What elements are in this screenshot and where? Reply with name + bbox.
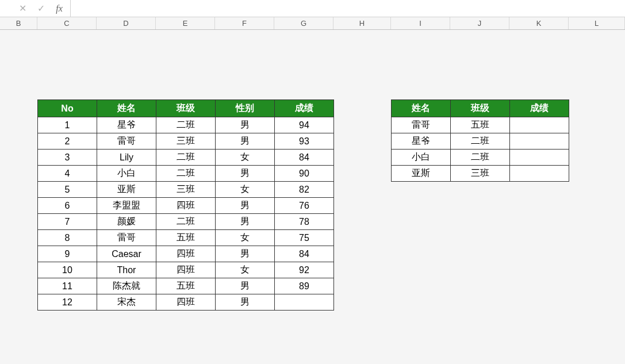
table-cell[interactable]: 四班 <box>156 198 216 214</box>
table-cell[interactable] <box>510 150 569 166</box>
table-cell[interactable]: 男 <box>216 214 275 230</box>
table-cell[interactable]: 女 <box>216 230 275 246</box>
table-cell[interactable]: 三班 <box>156 182 216 198</box>
cancel-icon[interactable]: ✕ <box>17 3 28 14</box>
column-header-J[interactable]: J <box>450 17 509 29</box>
table-cell[interactable]: 星爷 <box>392 133 451 150</box>
table-cell[interactable]: 四班 <box>156 262 216 278</box>
table-cell[interactable]: 84 <box>275 150 334 166</box>
table-cell[interactable]: 94 <box>275 117 334 133</box>
table-cell[interactable]: 男 <box>216 166 275 182</box>
table-column-header[interactable]: 姓名 <box>392 100 451 117</box>
table-column-header[interactable]: 姓名 <box>97 100 156 117</box>
table-cell[interactable]: 9 <box>38 246 97 262</box>
column-header-G[interactable]: G <box>274 17 333 29</box>
table-cell[interactable]: 3 <box>38 150 97 166</box>
table-cell[interactable]: 星爷 <box>97 117 156 133</box>
table-column-header[interactable]: 班级 <box>156 100 216 117</box>
table-column-header[interactable]: 成绩 <box>510 100 569 117</box>
table-cell[interactable]: 五班 <box>156 278 216 294</box>
table-cell[interactable]: 男 <box>216 117 275 133</box>
table-cell[interactable]: 二班 <box>156 166 216 182</box>
table-cell[interactable]: 雷哥 <box>97 133 156 150</box>
table-column-header[interactable]: 班级 <box>451 100 510 117</box>
table-cell[interactable]: 89 <box>275 278 334 294</box>
table-cell[interactable]: 男 <box>216 278 275 294</box>
table-cell[interactable]: 男 <box>216 294 275 311</box>
table-column-header[interactable]: 性别 <box>216 100 275 117</box>
table-cell[interactable]: 二班 <box>156 117 216 133</box>
table-cell[interactable]: 6 <box>38 198 97 214</box>
column-header-L[interactable]: L <box>569 17 625 29</box>
column-header-D[interactable]: D <box>97 17 156 29</box>
table-cell[interactable]: 四班 <box>156 294 216 311</box>
table-cell[interactable]: 8 <box>38 230 97 246</box>
table-cell[interactable]: 二班 <box>156 150 216 166</box>
table-cell[interactable]: 男 <box>216 133 275 150</box>
table-cell[interactable]: 陈杰就 <box>97 278 156 294</box>
table-cell[interactable]: 2 <box>38 133 97 150</box>
table-cell[interactable]: 10 <box>38 262 97 278</box>
table-cell[interactable] <box>510 166 569 182</box>
table-cell[interactable]: 二班 <box>156 214 216 230</box>
table-cell[interactable]: 12 <box>38 294 97 311</box>
column-header-I[interactable]: I <box>391 17 450 29</box>
lookup-data-table[interactable]: 姓名班级成绩 雷哥五班星爷二班小白二班亚斯三班 <box>391 99 569 182</box>
table-cell[interactable]: 女 <box>216 262 275 278</box>
table-cell[interactable]: 二班 <box>451 150 510 166</box>
table-cell[interactable] <box>510 117 569 133</box>
table-row: 10Thor四班女92 <box>38 262 334 278</box>
table-cell[interactable]: 小白 <box>392 150 451 166</box>
table-cell[interactable]: 雷哥 <box>97 230 156 246</box>
table-cell[interactable]: 11 <box>38 278 97 294</box>
table-cell[interactable]: 84 <box>275 246 334 262</box>
table-cell[interactable]: 三班 <box>451 166 510 182</box>
table-cell[interactable] <box>275 294 334 311</box>
table-column-header[interactable]: No <box>38 100 97 117</box>
table-cell[interactable]: 5 <box>38 182 97 198</box>
table-cell[interactable]: Lily <box>97 150 156 166</box>
fx-icon[interactable]: fx <box>54 3 64 14</box>
table-cell[interactable]: 五班 <box>451 117 510 133</box>
table-cell[interactable]: 76 <box>275 198 334 214</box>
column-header-K[interactable]: K <box>509 17 569 29</box>
table-cell[interactable]: 7 <box>38 214 97 230</box>
table-cell[interactable]: 女 <box>216 182 275 198</box>
table-cell[interactable]: Caesar <box>97 246 156 262</box>
table-column-header[interactable]: 成绩 <box>275 100 334 117</box>
column-header-H[interactable]: H <box>333 17 391 29</box>
table-cell[interactable]: 五班 <box>156 230 216 246</box>
column-header-F[interactable]: F <box>215 17 274 29</box>
table-cell[interactable]: 78 <box>275 214 334 230</box>
column-header-C[interactable]: C <box>37 17 97 29</box>
table-cell[interactable]: 亚斯 <box>97 182 156 198</box>
table-cell[interactable]: 宋杰 <box>97 294 156 311</box>
table-cell[interactable]: 4 <box>38 166 97 182</box>
table-cell[interactable] <box>510 133 569 150</box>
table-cell[interactable]: 1 <box>38 117 97 133</box>
table-cell[interactable]: 82 <box>275 182 334 198</box>
table-row: 4小白二班男90 <box>38 166 334 182</box>
table-cell[interactable]: Thor <box>97 262 156 278</box>
table-cell[interactable]: 二班 <box>451 133 510 150</box>
table-cell[interactable]: 女 <box>216 150 275 166</box>
main-data-table[interactable]: No姓名班级性别成绩 1星爷二班男942雷哥三班男933Lily二班女844小白… <box>37 99 334 311</box>
column-header-E[interactable]: E <box>156 17 215 29</box>
table-cell[interactable]: 四班 <box>156 246 216 262</box>
table-cell[interactable]: 90 <box>275 166 334 182</box>
table-cell[interactable]: 92 <box>275 262 334 278</box>
table-cell[interactable]: 小白 <box>97 166 156 182</box>
table-cell[interactable]: 颜媛 <box>97 214 156 230</box>
table-cell[interactable]: 三班 <box>156 133 216 150</box>
table-cell[interactable]: 亚斯 <box>392 166 451 182</box>
table-cell[interactable]: 雷哥 <box>392 117 451 133</box>
table-cell[interactable]: 男 <box>216 198 275 214</box>
table-cell[interactable]: 93 <box>275 133 334 150</box>
table-cell[interactable]: 男 <box>216 246 275 262</box>
table-cell[interactable]: 李盟盟 <box>97 198 156 214</box>
sheet-area[interactable]: No姓名班级性别成绩 1星爷二班男942雷哥三班男933Lily二班女844小白… <box>0 30 625 364</box>
column-header-B[interactable]: B <box>0 17 37 29</box>
confirm-icon[interactable]: ✓ <box>36 3 46 14</box>
table-cell[interactable]: 75 <box>275 230 334 246</box>
formula-input[interactable] <box>71 0 625 17</box>
